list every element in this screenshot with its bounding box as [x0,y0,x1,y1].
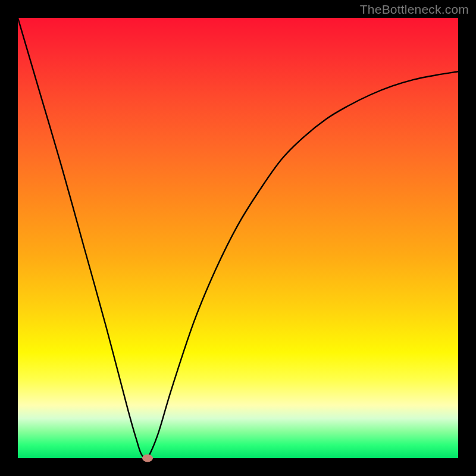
attribution-label: TheBottleneck.com [360,2,469,17]
optimal-point-marker [142,455,153,462]
curve-layer [18,18,458,458]
chart-frame: TheBottleneck.com [0,0,476,476]
plot-area [18,18,458,458]
bottleneck-curve [18,18,458,458]
